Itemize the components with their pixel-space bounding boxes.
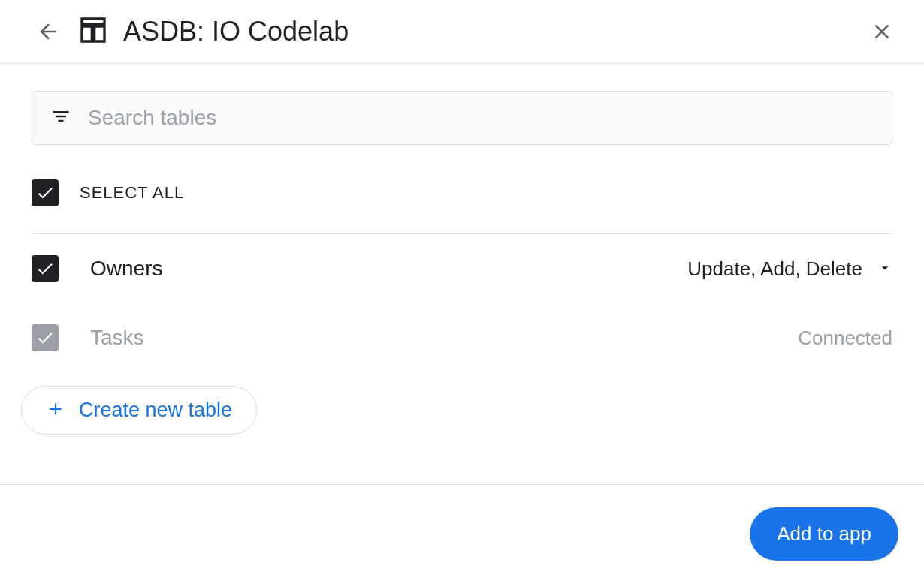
page-title: ASDB: IO Codelab: [123, 16, 870, 47]
table-checkbox-owners[interactable]: [32, 255, 59, 282]
table-name: Tasks: [90, 326, 798, 350]
table-row: Owners Update, Add, Delete: [32, 234, 892, 303]
table-name: Owners: [90, 257, 687, 281]
header: ASDB: IO Codelab: [0, 0, 924, 64]
content-area: SELECT ALL Owners Update, Add, Delete Ta…: [0, 64, 924, 435]
create-table-button[interactable]: Create new table: [21, 386, 257, 435]
database-icon: [78, 15, 108, 48]
check-icon: [35, 259, 55, 278]
table-permissions-dropdown[interactable]: Update, Add, Delete: [687, 257, 892, 281]
footer: Add to app: [0, 484, 924, 561]
add-to-app-button[interactable]: Add to app: [750, 507, 898, 561]
create-table-label: Create new table: [79, 399, 232, 422]
table-status: Connected: [798, 327, 892, 350]
table-status-label: Update, Add, Delete: [687, 257, 862, 281]
select-all-label: SELECT ALL: [80, 183, 184, 203]
search-box[interactable]: [32, 91, 892, 145]
table-row: Tasks Connected: [32, 303, 892, 372]
select-all-checkbox[interactable]: [32, 179, 59, 206]
close-icon: [870, 20, 894, 44]
filter-icon: [50, 106, 71, 130]
table-checkbox-tasks: [32, 324, 59, 351]
close-button[interactable]: [870, 20, 894, 44]
check-icon: [35, 328, 55, 348]
arrow-left-icon: [36, 20, 60, 44]
plus-icon: [46, 399, 65, 422]
search-input[interactable]: [88, 106, 874, 130]
table-status-label: Connected: [798, 327, 892, 350]
select-all-row: SELECT ALL: [32, 145, 892, 234]
check-icon: [35, 183, 55, 203]
back-button[interactable]: [36, 20, 60, 44]
chevron-down-icon: [877, 257, 892, 281]
